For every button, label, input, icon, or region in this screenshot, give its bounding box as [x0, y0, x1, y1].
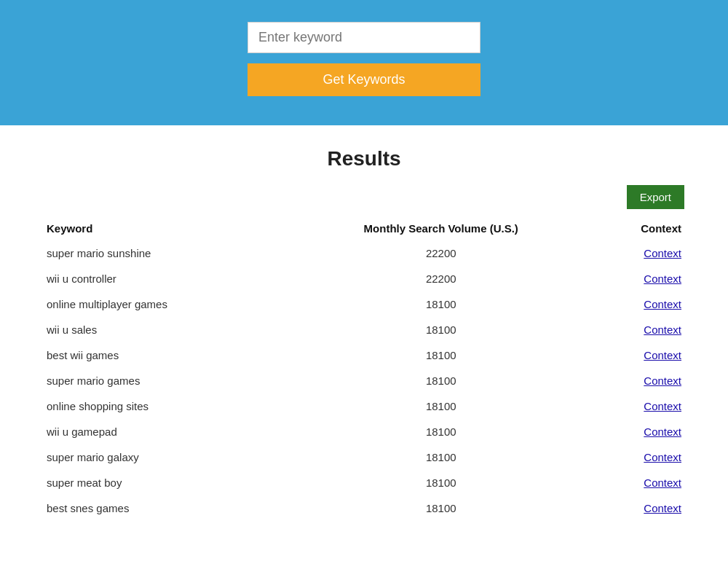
table-header-row: Keyword Monthly Search Volume (U.S.) Con… [44, 216, 684, 240]
keyword-cell: best wii games [44, 342, 287, 368]
context-link[interactable]: Context [644, 298, 681, 310]
table-row: best wii games18100Context [44, 342, 684, 368]
table-row: online multiplayer games18100Context [44, 291, 684, 317]
main-content: Results Export Keyword Monthly Search Vo… [0, 125, 728, 550]
table-row: best snes games18100Context [44, 495, 684, 521]
results-table: Keyword Monthly Search Volume (U.S.) Con… [44, 216, 684, 521]
context-cell: Context [595, 470, 684, 495]
get-keywords-button[interactable]: Get Keywords [248, 63, 480, 96]
context-link[interactable]: Context [644, 374, 681, 387]
volume-cell: 18100 [287, 393, 595, 419]
keyword-cell: super meat boy [44, 470, 287, 495]
volume-cell: 22200 [287, 266, 595, 291]
results-title: Results [44, 147, 684, 170]
keyword-cell: super mario games [44, 368, 287, 393]
context-link[interactable]: Context [644, 323, 681, 336]
volume-cell: 18100 [287, 495, 595, 521]
col-context: Context [595, 216, 684, 240]
context-cell: Context [595, 266, 684, 291]
keyword-cell: wii u sales [44, 317, 287, 342]
table-row: online shopping sites18100Context [44, 393, 684, 419]
volume-cell: 18100 [287, 419, 595, 444]
context-cell: Context [595, 291, 684, 317]
volume-cell: 18100 [287, 470, 595, 495]
keyword-cell: online shopping sites [44, 393, 287, 419]
context-link[interactable]: Context [644, 451, 681, 463]
volume-cell: 18100 [287, 368, 595, 393]
context-cell: Context [595, 317, 684, 342]
context-cell: Context [595, 342, 684, 368]
keyword-cell: wii u controller [44, 266, 287, 291]
table-row: super meat boy18100Context [44, 470, 684, 495]
context-link[interactable]: Context [644, 400, 681, 412]
keyword-cell: super mario galaxy [44, 444, 287, 470]
table-row: wii u controller22200Context [44, 266, 684, 291]
context-link[interactable]: Context [644, 425, 681, 438]
search-input[interactable]: nintendo [248, 22, 480, 53]
context-cell: Context [595, 495, 684, 521]
context-cell: Context [595, 240, 684, 266]
table-row: wii u sales18100Context [44, 317, 684, 342]
context-link[interactable]: Context [644, 247, 681, 259]
keyword-cell: online multiplayer games [44, 291, 287, 317]
keyword-cell: best snes games [44, 495, 287, 521]
context-cell: Context [595, 444, 684, 470]
context-link[interactable]: Context [644, 272, 681, 285]
context-cell: Context [595, 419, 684, 444]
context-cell: Context [595, 393, 684, 419]
col-keyword: Keyword [44, 216, 287, 240]
context-link[interactable]: Context [644, 349, 681, 361]
volume-cell: 22200 [287, 240, 595, 266]
context-link[interactable]: Context [644, 476, 681, 489]
table-row: super mario games18100Context [44, 368, 684, 393]
table-row: super mario sunshine22200Context [44, 240, 684, 266]
col-volume: Monthly Search Volume (U.S.) [287, 216, 595, 240]
volume-cell: 18100 [287, 291, 595, 317]
keyword-cell: wii u gamepad [44, 419, 287, 444]
export-button[interactable]: Export [627, 185, 684, 209]
header-section: nintendo Get Keywords [0, 0, 728, 125]
table-row: wii u gamepad18100Context [44, 419, 684, 444]
table-row: super mario galaxy18100Context [44, 444, 684, 470]
volume-cell: 18100 [287, 342, 595, 368]
volume-cell: 18100 [287, 444, 595, 470]
export-row: Export [44, 185, 684, 209]
context-link[interactable]: Context [644, 502, 681, 514]
keyword-cell: super mario sunshine [44, 240, 287, 266]
volume-cell: 18100 [287, 317, 595, 342]
context-cell: Context [595, 368, 684, 393]
